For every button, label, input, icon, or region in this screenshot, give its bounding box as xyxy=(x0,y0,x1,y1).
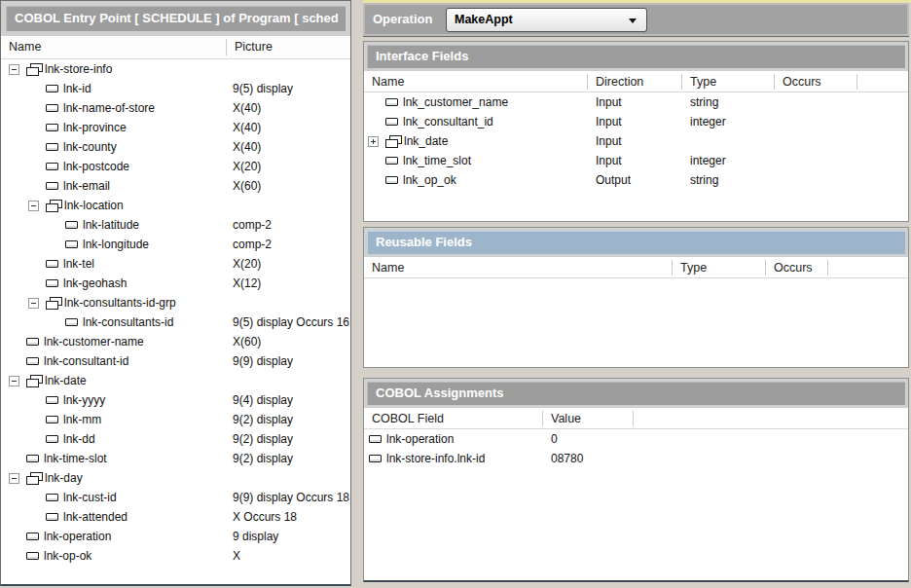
interface-fields-table-header: Name Direction Type Occurs xyxy=(364,71,908,92)
field-picture: 9(2) display xyxy=(227,452,350,465)
operation-dropdown[interactable]: MakeAppt xyxy=(446,8,647,32)
table-row[interactable]: lnk-geohashX(12) xyxy=(1,274,350,293)
table-row[interactable]: lnk-day xyxy=(1,468,350,488)
table-row[interactable]: lnk-longitudecomp-2 xyxy=(1,235,350,254)
table-row[interactable]: lnk-cust-id9(9) display Occurs 18 xyxy=(1,488,350,507)
left-table-header: Name Picture xyxy=(1,36,350,59)
field-name-cell: lnk_date xyxy=(364,134,588,148)
field-name-cell: lnk-latitude xyxy=(1,218,227,232)
table-row[interactable]: lnk-countyX(40) xyxy=(1,137,350,157)
field-icon xyxy=(46,182,58,190)
field-name-cell: lnk-customer-name xyxy=(1,335,227,349)
table-row[interactable]: lnk-date xyxy=(1,371,350,390)
cobol-assignments-header[interactable]: COBOL Assignments xyxy=(367,382,905,405)
interface-fields-section: Interface Fields Name Direction Type Occ… xyxy=(363,41,909,222)
field-name: lnk-op-ok xyxy=(44,549,91,563)
field-name: lnk-dd xyxy=(63,432,95,446)
group-field-icon xyxy=(385,135,401,147)
table-row[interactable]: lnk-name-of-storeX(40) xyxy=(1,98,350,118)
left-title-strip: COBOL Entry Point [ SCHEDULE ] of Progra… xyxy=(1,1,350,36)
table-row[interactable]: lnk-dd9(2) display xyxy=(1,429,350,449)
table-row[interactable]: lnk_customer_nameInputstring xyxy=(364,92,908,112)
field-name: lnk-consultants-id-grp xyxy=(64,296,176,310)
table-row[interactable]: lnk-telX(20) xyxy=(1,254,350,274)
table-row[interactable]: lnk_time_slotInputinteger xyxy=(364,151,908,170)
column-header-occurs[interactable]: Occurs xyxy=(766,260,828,276)
collapse-icon[interactable] xyxy=(9,473,19,484)
collapse-icon[interactable] xyxy=(9,376,19,386)
column-header-filler xyxy=(828,260,908,276)
expand-icon[interactable] xyxy=(368,136,379,147)
table-row[interactable]: lnk-customer-nameX(60) xyxy=(1,332,350,351)
field-name: lnk-date xyxy=(45,374,87,387)
chevron-down-icon[interactable] xyxy=(629,18,637,23)
cobol-assignments-section: COBOL Assignments COBOL Field Value lnk-… xyxy=(363,378,909,582)
table-row[interactable]: lnk-provinceX(40) xyxy=(1,118,350,137)
field-name: lnk-province xyxy=(63,121,127,134)
table-row[interactable]: lnk-id9(5) display xyxy=(1,79,350,98)
field-picture: comp-2 xyxy=(227,218,350,232)
column-header-occurs[interactable]: Occurs xyxy=(775,74,857,90)
column-header-type[interactable]: Type xyxy=(673,260,766,276)
table-row[interactable]: lnk-emailX(60) xyxy=(1,176,350,196)
table-row[interactable]: lnk-op-okX xyxy=(1,546,350,566)
field-name: lnk-attended xyxy=(63,510,128,524)
reusable-fields-header[interactable]: Reusable Fields xyxy=(367,231,905,254)
field-name-cell: lnk-county xyxy=(1,140,227,154)
table-row[interactable]: lnk-time-slot9(2) display xyxy=(1,449,350,468)
field-icon xyxy=(369,435,382,443)
table-row[interactable]: lnk-operation0 xyxy=(364,429,908,449)
field-icon xyxy=(46,513,58,521)
collapse-icon[interactable] xyxy=(28,201,39,211)
collapse-icon[interactable] xyxy=(28,298,39,309)
table-row[interactable]: lnk_dateInput xyxy=(364,131,908,151)
field-name-cell: lnk-store-info xyxy=(1,62,227,76)
table-row[interactable]: lnk-yyyy9(4) display xyxy=(1,390,350,410)
interface-fields-header[interactable]: Interface Fields xyxy=(367,45,905,68)
field-icon xyxy=(65,240,78,248)
table-row[interactable]: lnk-location xyxy=(1,196,350,215)
field-picture: X Occurs 18 xyxy=(227,510,350,524)
column-header-type[interactable]: Type xyxy=(682,74,775,90)
column-header-value[interactable]: Value xyxy=(543,411,634,426)
field-name: lnk_date xyxy=(404,134,448,148)
cobol-assignments-bar-strip: COBOL Assignments xyxy=(364,379,908,408)
group-field-icon xyxy=(26,375,42,386)
table-row[interactable]: lnk-mm9(2) display xyxy=(1,410,350,429)
table-row[interactable]: lnk-attendedX Occurs 18 xyxy=(1,507,350,527)
field-name: lnk-tel xyxy=(63,257,94,271)
field-type: string xyxy=(682,95,775,109)
field-direction: Output xyxy=(588,173,682,187)
column-header-name[interactable]: Name xyxy=(1,39,227,55)
column-header-cobol-field[interactable]: COBOL Field xyxy=(364,411,543,426)
column-header-picture[interactable]: Picture xyxy=(227,39,350,55)
field-name-cell: lnk-dd xyxy=(1,432,227,446)
column-header-name[interactable]: Name xyxy=(364,260,673,276)
table-row[interactable]: lnk-operation9 display xyxy=(1,527,350,546)
table-row[interactable]: lnk-consultant-id9(9) display xyxy=(1,351,350,371)
table-row[interactable]: lnk-consultants-id-grp xyxy=(1,293,350,312)
table-row[interactable]: lnk-latitudecomp-2 xyxy=(1,215,350,235)
field-picture: 9(5) display xyxy=(227,82,350,95)
field-picture: X(60) xyxy=(227,179,350,193)
column-header-name[interactable]: Name xyxy=(364,74,588,90)
field-name-cell: lnk_customer_name xyxy=(364,95,588,109)
field-name-cell: lnk-consultant-id xyxy=(1,354,227,368)
operation-label: Operation xyxy=(373,12,432,26)
column-header-direction[interactable]: Direction xyxy=(588,74,682,90)
table-row[interactable]: lnk_consultant_idInputinteger xyxy=(364,112,908,131)
field-name: lnk-location xyxy=(64,199,124,212)
table-row[interactable]: lnk-postcodeX(20) xyxy=(1,157,350,176)
table-row[interactable]: lnk-store-info.lnk-id08780 xyxy=(364,449,908,468)
cobol-assignments-table-header: COBOL Field Value xyxy=(364,408,908,429)
table-row[interactable]: lnk_op_okOutputstring xyxy=(364,170,908,190)
field-name: lnk_time_slot xyxy=(403,154,471,167)
table-row[interactable]: lnk-consultants-id9(5) display Occurs 16 xyxy=(1,312,350,332)
field-name: lnk-postcode xyxy=(63,160,129,173)
field-direction: Input xyxy=(588,115,682,129)
table-row[interactable]: lnk-store-info xyxy=(1,59,350,79)
field-icon xyxy=(385,157,398,165)
field-direction: Input xyxy=(588,95,682,109)
field-name-cell: lnk-consultants-id xyxy=(1,315,227,329)
collapse-icon[interactable] xyxy=(9,64,19,75)
